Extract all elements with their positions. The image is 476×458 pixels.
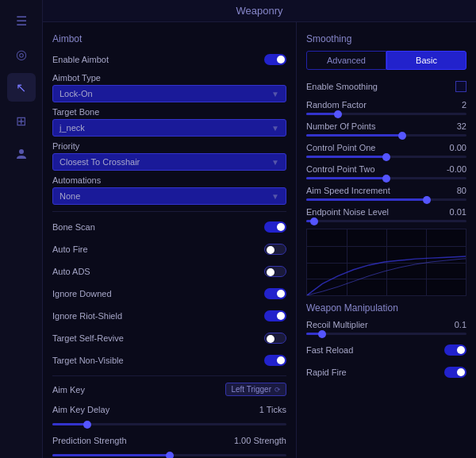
aimbot-section-header: Aimbot: [52, 33, 286, 44]
enable-smoothing-checkbox[interactable]: [455, 81, 466, 92]
prediction-strength-value: 1.00 Strength: [234, 436, 286, 445]
tab-basic[interactable]: Basic: [386, 51, 466, 70]
random-factor-label: Random Factor: [306, 100, 439, 110]
num-points-fill: [306, 134, 402, 137]
tab-advanced[interactable]: Advanced: [306, 51, 386, 70]
random-factor-thumb[interactable]: [334, 110, 342, 118]
enable-aimbot-label: Enable Aimbot: [52, 55, 109, 64]
enable-aimbot-toggle[interactable]: [264, 54, 286, 65]
control-point-two-track: [306, 177, 466, 179]
automations-dropdown[interactable]: None ▼: [52, 187, 286, 205]
auto-ads-row: Auto ADS: [52, 263, 286, 280]
left-panel: Aimbot Enable Aimbot Aimbot Type Lock-On…: [43, 22, 297, 458]
auto-ads-toggle[interactable]: [264, 266, 286, 277]
prediction-strength-row: Prediction Strength 1.00 Strength: [52, 432, 286, 449]
random-factor-track: [306, 113, 466, 115]
num-points-slider[interactable]: [306, 134, 466, 137]
rapid-fire-toggle[interactable]: [444, 367, 466, 378]
num-points-value: 32: [439, 121, 466, 131]
content-area: Aimbot Enable Aimbot Aimbot Type Lock-On…: [43, 22, 476, 458]
chart-svg: [307, 229, 466, 295]
auto-ads-label: Auto ADS: [52, 267, 90, 276]
control-point-one-row: Control Point One 0.00: [306, 143, 466, 152]
rapid-fire-label: Rapid Fire: [306, 368, 347, 377]
aim-key-row: Aim Key Left Trigger ⟳: [52, 383, 286, 396]
control-point-two-slider[interactable]: [306, 177, 466, 179]
endpoint-noise-label: Endpoint Noise Level: [306, 207, 439, 217]
num-points-label: Number Of Points: [306, 121, 439, 131]
aim-key-delay-label: Aim Key Delay: [52, 405, 109, 414]
target-bone-label: Target Bone: [52, 107, 286, 117]
target-nonvisible-label: Target Non-Visible: [52, 356, 124, 365]
aimbot-type-label: Aimbot Type: [52, 73, 286, 83]
recoil-multiplier-thumb[interactable]: [318, 330, 326, 338]
aim-key-delay-thumb[interactable]: [83, 421, 91, 429]
prediction-strength-slider[interactable]: [52, 454, 286, 456]
ignore-riotshield-toggle[interactable]: [264, 310, 286, 321]
target-selfrevive-toggle[interactable]: [264, 333, 286, 344]
target-bone-value: j_neck: [60, 123, 85, 133]
num-points-track: [306, 134, 466, 137]
prediction-strength-thumb[interactable]: [166, 452, 174, 459]
right-panel: Smoothing Advanced Basic Enable Smoothin…: [297, 22, 476, 458]
recoil-multiplier-label: Recoil Multiplier: [306, 320, 439, 329]
aimbot-type-value: Lock-On: [60, 89, 93, 98]
random-factor-fill: [306, 113, 338, 115]
control-point-two-thumb[interactable]: [382, 175, 390, 183]
divider-2: [52, 375, 286, 376]
sidebar-crosshair[interactable]: ◎: [7, 40, 36, 68]
control-point-one-value: 0.00: [439, 143, 466, 152]
endpoint-noise-row: Endpoint Noise Level 0.01: [306, 207, 466, 217]
aim-key-delay-track: [52, 423, 286, 425]
target-selfrevive-label: Target Self-Revive: [52, 333, 124, 343]
ignore-downed-toggle[interactable]: [264, 288, 286, 299]
aim-speed-fill: [306, 198, 427, 201]
num-points-row: Number Of Points 32: [306, 121, 466, 131]
sidebar-menu[interactable]: ☰: [7, 6, 36, 35]
bone-scan-row: Bone Scan: [52, 218, 286, 236]
titlebar: Weaponry: [43, 0, 476, 22]
enable-smoothing-label: Enable Smoothing: [306, 82, 378, 91]
sidebar-cursor[interactable]: ↖: [7, 73, 36, 102]
divider-1: [52, 211, 286, 212]
random-factor-slider[interactable]: [306, 113, 466, 115]
bone-scan-toggle[interactable]: [264, 221, 286, 233]
target-selfrevive-row: Target Self-Revive: [52, 329, 286, 347]
enable-smoothing-row: Enable Smoothing: [306, 78, 466, 95]
aim-key-delay-slider[interactable]: [52, 423, 286, 425]
aim-speed-slider[interactable]: [306, 198, 466, 201]
fast-reload-label: Fast Reload: [306, 345, 353, 355]
random-factor-value: 2: [439, 100, 466, 110]
aimbot-type-dropdown[interactable]: Lock-On ▼: [52, 85, 286, 102]
control-point-one-thumb[interactable]: [382, 153, 390, 161]
rapid-fire-row: Rapid Fire: [306, 364, 466, 381]
prediction-strength-fill: [52, 454, 170, 456]
target-nonvisible-toggle[interactable]: [264, 355, 286, 366]
auto-fire-toggle[interactable]: [264, 244, 286, 255]
aimbot-type-arrow: ▼: [271, 90, 279, 98]
main-panel: Weaponry Aimbot Enable Aimbot Aimbot Typ…: [43, 0, 476, 458]
aim-speed-row: Aim Speed Increment 80: [306, 186, 466, 195]
automations-arrow: ▼: [271, 192, 279, 201]
sidebar-person[interactable]: [7, 140, 36, 168]
smoothing-tabs: Advanced Basic: [306, 51, 466, 70]
aim-key-delay-value: 1 Ticks: [259, 405, 286, 414]
aim-speed-value: 80: [439, 186, 466, 195]
aim-speed-thumb[interactable]: [423, 196, 431, 204]
priority-dropdown[interactable]: Closest To Crosshair ▼: [52, 153, 286, 171]
num-points-thumb[interactable]: [398, 132, 406, 140]
recoil-multiplier-slider[interactable]: [306, 333, 466, 335]
enable-aimbot-row: Enable Aimbot: [52, 51, 286, 68]
control-point-one-slider[interactable]: [306, 156, 466, 158]
target-bone-dropdown[interactable]: j_neck ▼: [52, 119, 286, 137]
aim-key-value: Left Trigger: [231, 385, 271, 394]
endpoint-noise-thumb[interactable]: [310, 217, 318, 225]
sidebar-plus[interactable]: ⊞: [7, 106, 36, 135]
endpoint-noise-slider[interactable]: [306, 220, 466, 222]
aim-key-badge[interactable]: Left Trigger ⟳: [225, 383, 286, 396]
fast-reload-toggle[interactable]: [444, 344, 466, 356]
aim-key-label: Aim Key: [52, 385, 85, 394]
prediction-strength-label: Prediction Strength: [52, 436, 127, 445]
fast-reload-row: Fast Reload: [306, 341, 466, 359]
control-point-two-fill: [306, 177, 386, 179]
